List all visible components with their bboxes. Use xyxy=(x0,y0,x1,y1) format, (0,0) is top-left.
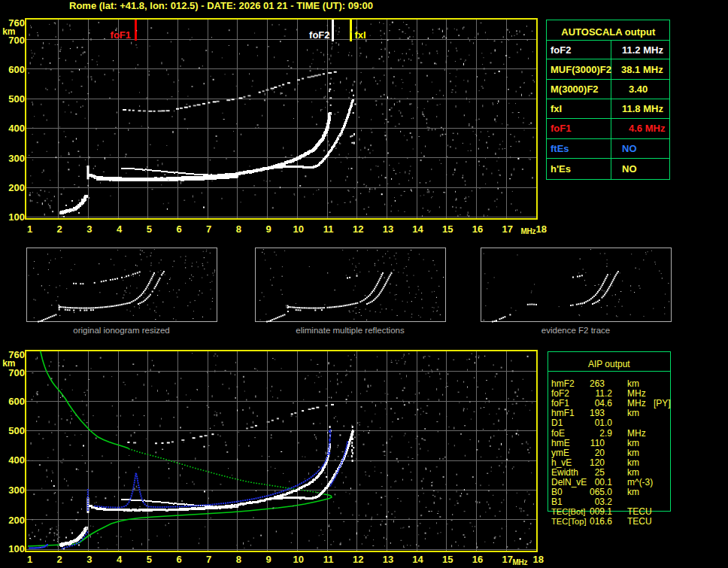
svg-text:700: 700 xyxy=(8,35,25,46)
svg-text:263: 263 xyxy=(590,378,605,389)
svg-text:TEC[Top]: TEC[Top] xyxy=(551,517,587,526)
svg-text:25: 25 xyxy=(595,467,605,478)
svg-text:km: km xyxy=(627,378,639,389)
svg-text:MHz: MHz xyxy=(627,428,646,439)
svg-text:m^(-3): m^(-3) xyxy=(627,477,653,488)
svg-text:5: 5 xyxy=(147,223,152,235)
svg-text:M(3000)F2: M(3000)F2 xyxy=(551,84,599,95)
svg-text:3: 3 xyxy=(86,223,92,235)
svg-text:300: 300 xyxy=(8,153,25,164)
svg-text:fxI: fxI xyxy=(355,29,366,41)
svg-text:11.2 MHz: 11.2 MHz xyxy=(622,44,663,56)
svg-text:AIP output: AIP output xyxy=(588,359,630,369)
svg-text:200: 200 xyxy=(8,182,25,193)
svg-text:km: km xyxy=(627,487,639,497)
svg-text:km: km xyxy=(627,457,639,468)
svg-text:ymE: ymE xyxy=(551,448,569,458)
svg-text:evidence F2 trace: evidence F2 trace xyxy=(541,326,610,335)
svg-text:14: 14 xyxy=(412,223,423,235)
svg-text:2.9: 2.9 xyxy=(599,428,612,439)
svg-text:400: 400 xyxy=(8,123,25,134)
svg-text:MHz: MHz xyxy=(513,558,528,566)
svg-text:TEC[Bot]: TEC[Bot] xyxy=(551,507,585,516)
svg-text:NO: NO xyxy=(622,163,637,175)
svg-text:hmE: hmE xyxy=(551,438,570,448)
svg-text:00.1: 00.1 xyxy=(595,477,613,488)
svg-text:foF1: foF1 xyxy=(551,398,569,409)
svg-text:16: 16 xyxy=(472,554,483,565)
svg-text:11.8 MHz: 11.8 MHz xyxy=(622,103,663,114)
svg-text:100: 100 xyxy=(8,211,25,223)
svg-text:km: km xyxy=(627,448,639,458)
svg-text:B0: B0 xyxy=(551,487,563,497)
svg-text:110: 110 xyxy=(590,438,605,448)
svg-text:1: 1 xyxy=(27,223,32,235)
svg-text:MHz: MHz xyxy=(521,227,536,235)
svg-text:6: 6 xyxy=(176,554,181,565)
svg-text:fxI: fxI xyxy=(551,103,562,114)
svg-text:B1: B1 xyxy=(551,497,563,507)
svg-text:km: km xyxy=(627,467,639,478)
svg-text:16: 16 xyxy=(472,223,483,235)
svg-text:Ewidth: Ewidth xyxy=(551,467,578,478)
svg-text:2: 2 xyxy=(57,223,62,235)
svg-text:20: 20 xyxy=(595,448,605,458)
svg-text:hmF1: hmF1 xyxy=(551,408,575,418)
svg-text:500: 500 xyxy=(8,425,25,436)
svg-text:MHz: MHz xyxy=(627,398,646,409)
svg-text:5: 5 xyxy=(147,554,152,565)
svg-text:MUF(3000)F2: MUF(3000)F2 xyxy=(551,64,611,75)
svg-text:13: 13 xyxy=(383,554,393,565)
svg-text:18: 18 xyxy=(536,223,547,235)
svg-text:foF2: foF2 xyxy=(309,29,329,41)
svg-text:8: 8 xyxy=(236,554,241,565)
svg-text:100: 100 xyxy=(8,543,25,554)
svg-text:3: 3 xyxy=(86,554,92,565)
svg-text:04.6: 04.6 xyxy=(595,398,613,409)
svg-text:7: 7 xyxy=(206,223,211,235)
svg-text:17: 17 xyxy=(502,223,512,235)
svg-text:500: 500 xyxy=(8,93,25,105)
svg-text:300: 300 xyxy=(8,484,25,496)
svg-text:4.6 MHz: 4.6 MHz xyxy=(629,123,666,134)
svg-text:hmF2: hmF2 xyxy=(551,378,575,389)
svg-text:9: 9 xyxy=(265,554,271,565)
svg-text:9: 9 xyxy=(265,223,271,235)
svg-text:10: 10 xyxy=(293,554,304,565)
svg-text:4: 4 xyxy=(117,223,123,235)
svg-text:10: 10 xyxy=(293,223,304,235)
svg-text:3.40: 3.40 xyxy=(629,84,648,95)
svg-text:6: 6 xyxy=(176,223,181,235)
svg-text:14: 14 xyxy=(412,554,423,565)
svg-text:12: 12 xyxy=(353,223,363,235)
svg-text:Rome (lat: +41.8, lon: 012.5): Rome (lat: +41.8, lon: 012.5) - DATE: 20… xyxy=(69,0,373,11)
svg-text:foF2: foF2 xyxy=(551,44,571,56)
svg-text:38.1 MHz: 38.1 MHz xyxy=(621,64,663,75)
svg-text:1: 1 xyxy=(27,554,32,565)
svg-text:600: 600 xyxy=(8,64,25,75)
svg-text:foE: foE xyxy=(551,428,565,439)
svg-text:13: 13 xyxy=(383,223,393,235)
svg-text:[PY]: [PY] xyxy=(654,398,671,409)
svg-text:15: 15 xyxy=(442,223,453,235)
svg-text:h'Es: h'Es xyxy=(551,163,571,175)
svg-text:17: 17 xyxy=(502,554,512,565)
svg-text:MHz: MHz xyxy=(627,388,646,399)
svg-text:ftEs: ftEs xyxy=(551,143,569,154)
svg-text:h_vE: h_vE xyxy=(551,457,572,468)
svg-text:eliminate multiple reflections: eliminate multiple reflections xyxy=(296,326,405,335)
svg-text:TECU: TECU xyxy=(627,516,652,527)
svg-text:km: km xyxy=(627,408,639,418)
svg-text:NO: NO xyxy=(622,143,637,154)
svg-text:18: 18 xyxy=(533,554,544,565)
svg-text:400: 400 xyxy=(8,454,25,466)
svg-text:D1: D1 xyxy=(551,418,563,428)
svg-text:016.6: 016.6 xyxy=(590,516,612,527)
svg-text:11.2: 11.2 xyxy=(596,388,613,399)
svg-text:TECU: TECU xyxy=(627,506,652,517)
svg-text:original ionogram resized: original ionogram resized xyxy=(73,326,169,335)
svg-text:03.2: 03.2 xyxy=(595,497,613,507)
svg-text:065.0: 065.0 xyxy=(590,487,612,497)
svg-text:120: 120 xyxy=(590,457,605,468)
svg-text:12: 12 xyxy=(353,554,363,565)
